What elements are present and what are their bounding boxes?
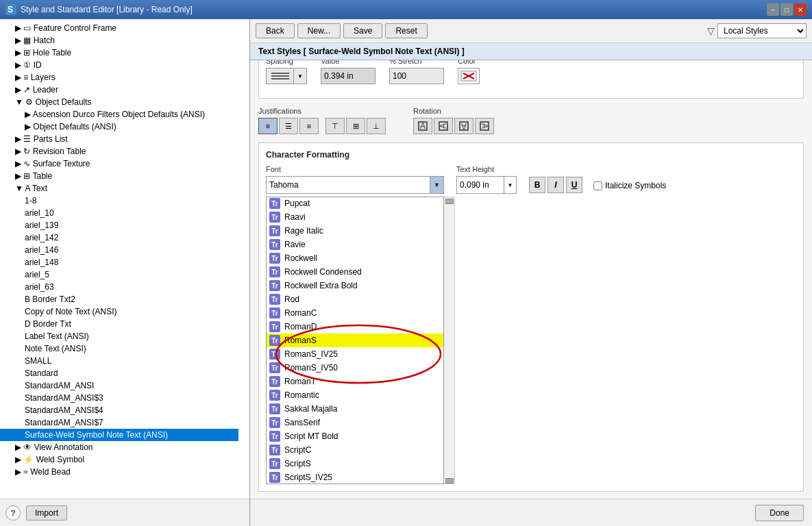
tree-item[interactable]: ariel_63 <box>0 281 238 293</box>
tree-item[interactable]: Note Text (ANSI) <box>0 342 238 355</box>
tree-item[interactable]: ▶ 👁 View Annotation <box>0 441 238 453</box>
tree-item[interactable]: ariel_10 <box>0 207 238 219</box>
tree-item[interactable]: ▶ ⊞ Table <box>0 170 238 182</box>
font-list-item[interactable]: TrRomanS_IV25 <box>267 347 443 361</box>
font-list-item[interactable]: TrRaavi <box>267 210 443 224</box>
height-dropdown-button[interactable]: ▼ <box>504 176 517 194</box>
tree-item[interactable]: ▶ Object Defaults (ANSI) <box>0 121 238 133</box>
font-list-item[interactable]: TrScriptS <box>267 457 443 471</box>
underline-button[interactable]: U <box>566 177 582 193</box>
tree-item[interactable]: ▼ ⚙ Object Defaults <box>0 96 238 108</box>
bold-button[interactable]: B <box>529 177 545 193</box>
tree-item[interactable]: ▶ ▭ Feature Control Frame <box>0 22 238 34</box>
font-list-item[interactable]: TrPupcat <box>267 197 443 210</box>
color-button[interactable] <box>458 68 480 84</box>
maximize-button[interactable]: □ <box>780 3 793 16</box>
tree-item[interactable]: ▶ ∿ Surface Texture <box>0 158 238 170</box>
font-list-item[interactable]: TrRomanS_IV50 <box>267 361 443 375</box>
tree-item[interactable]: StandardAM_ANSI$7 <box>0 416 238 429</box>
font-item-label: RomanS <box>284 336 317 345</box>
tree-item[interactable]: StandardAM_ANSI$4 <box>0 404 238 416</box>
tree-item[interactable]: StandardAM_ANSI$3 <box>0 392 238 404</box>
tree-item[interactable]: SMALL <box>0 355 238 367</box>
just-left-button[interactable]: ≡ <box>258 118 278 134</box>
tree-container: ▼ Default Standard (ANSI)▶ ⊙ Balloon▶ ✛ … <box>0 19 249 499</box>
just-right-button[interactable]: ≡ <box>299 118 319 134</box>
font-list-item[interactable]: TrRod <box>267 292 443 306</box>
font-list-item[interactable]: TrScript MT Bold <box>267 429 443 443</box>
font-list-item[interactable]: TrRomanS <box>267 334 443 347</box>
font-list[interactable]: TrProxy 6TrProxy 7TrProxy 8TrProxy 9TrPu… <box>266 197 444 484</box>
tree-item[interactable]: ariel_146 <box>0 244 238 256</box>
font-list-item[interactable]: TrRavie <box>267 238 443 251</box>
tree-item[interactable]: ▶ ① ID <box>0 59 238 71</box>
svg-text:A: A <box>439 123 448 129</box>
italic-button[interactable]: I <box>548 177 564 193</box>
font-list-item[interactable]: TrScriptC <box>267 443 443 457</box>
tree-item[interactable]: Surface-Weld Symbol Note Text (ANSI) <box>0 429 238 441</box>
font-list-item[interactable]: TrRockwell Condensed <box>267 265 443 279</box>
font-list-item[interactable]: TrSakkal Majalla <box>267 402 443 416</box>
tree-item[interactable]: ariel_5 <box>0 268 238 281</box>
rot-270-button[interactable]: A <box>475 118 494 134</box>
tree-item[interactable]: ariel_142 <box>0 231 238 244</box>
font-list-item[interactable]: TrRockwell Extra Bold <box>267 279 443 292</box>
font-list-item[interactable]: TrRomanT <box>267 375 443 388</box>
stretch-input[interactable] <box>389 68 444 84</box>
just-middle-button[interactable]: ⊞ <box>346 118 365 134</box>
font-list-item[interactable]: TrRomanD <box>267 320 443 334</box>
tree-item[interactable]: ▶ ⊞ Hole Table <box>0 47 238 59</box>
font-list-area: TrProxy 6TrProxy 7TrProxy 8TrProxy 9TrPu… <box>266 197 796 484</box>
font-list-item[interactable]: TrScriptS_IV25 <box>267 471 443 484</box>
tree-scroll[interactable]: ▼ Default Standard (ANSI)▶ ⊙ Balloon▶ ✛ … <box>0 19 238 478</box>
value-input[interactable] <box>321 68 376 84</box>
close-button[interactable]: ✕ <box>794 3 807 16</box>
tree-item[interactable]: ▶ ≡ Layers <box>0 71 238 84</box>
font-list-item[interactable]: TrRage Italic <box>267 224 443 238</box>
reset-button[interactable]: Reset <box>385 23 427 38</box>
import-button[interactable]: Import <box>26 505 67 521</box>
minimize-button[interactable]: − <box>767 3 779 16</box>
justification-buttons: ≡ ☰ ≡ ⊤ ⊞ ⊥ <box>258 118 386 134</box>
font-dropdown-arrow[interactable]: ▼ <box>430 176 444 194</box>
tree-item[interactable]: ▶ ↻ Revision Table <box>0 145 238 158</box>
font-tt-icon: Tr <box>269 212 280 223</box>
just-top-button[interactable]: ⊤ <box>325 118 345 134</box>
done-button[interactable]: Done <box>755 505 804 521</box>
tree-item[interactable]: Label Text (ANSI) <box>0 330 238 342</box>
spacing-dropdown-button[interactable]: ▼ <box>293 68 307 84</box>
tree-item[interactable]: ariel_148 <box>0 256 238 268</box>
tree-item[interactable]: ▶ ↗ Leader <box>0 84 238 96</box>
tree-item[interactable]: ▶ ▦ Hatch <box>0 34 238 47</box>
save-button[interactable]: Save <box>343 23 382 38</box>
font-list-item[interactable]: TrSansSerif <box>267 416 443 429</box>
rot-180-button[interactable]: A <box>454 118 473 134</box>
tree-item[interactable]: ▶ ≈ Weld Bead <box>0 466 238 478</box>
just-center-button[interactable]: ☰ <box>279 118 298 134</box>
font-item-label: ScriptC <box>284 445 311 455</box>
tree-item[interactable]: D Border Txt <box>0 318 238 330</box>
font-list-item[interactable]: TrRockwell <box>267 251 443 265</box>
tree-item[interactable]: ▶ ☰ Parts List <box>0 133 238 145</box>
font-list-item[interactable]: TrRomantic <box>267 388 443 402</box>
tree-item[interactable]: ▶ Ascension Durco Filters Object Default… <box>0 108 238 121</box>
font-dropdown[interactable]: Tahoma <box>266 176 430 194</box>
tree-item[interactable]: StandardAM_ANSI <box>0 379 238 392</box>
height-input[interactable] <box>456 176 504 194</box>
tree-item[interactable]: Copy of Note Text (ANSI) <box>0 305 238 318</box>
tree-item[interactable]: 1-8 <box>0 195 238 207</box>
tree-item[interactable]: B Border Txt2 <box>0 293 238 305</box>
tree-item[interactable]: ▶ ⚡ Weld Symbol <box>0 453 238 466</box>
tree-item[interactable]: ariel_139 <box>0 219 238 231</box>
new-button[interactable]: New... <box>297 23 341 38</box>
back-button[interactable]: Back <box>256 23 295 38</box>
font-list-item[interactable]: TrRomanC <box>267 306 443 320</box>
rot-90-button[interactable]: A <box>434 118 453 134</box>
help-button[interactable]: ? <box>5 505 21 521</box>
tree-item[interactable]: Standard <box>0 367 238 379</box>
tree-item[interactable]: ▼ A Text <box>0 182 238 195</box>
filter-dropdown[interactable]: Local Styles <box>717 23 807 38</box>
rot-0-button[interactable]: A <box>413 118 432 134</box>
just-bottom-button[interactable]: ⊥ <box>367 118 386 134</box>
italicize-symbols-checkbox[interactable] <box>593 181 602 190</box>
